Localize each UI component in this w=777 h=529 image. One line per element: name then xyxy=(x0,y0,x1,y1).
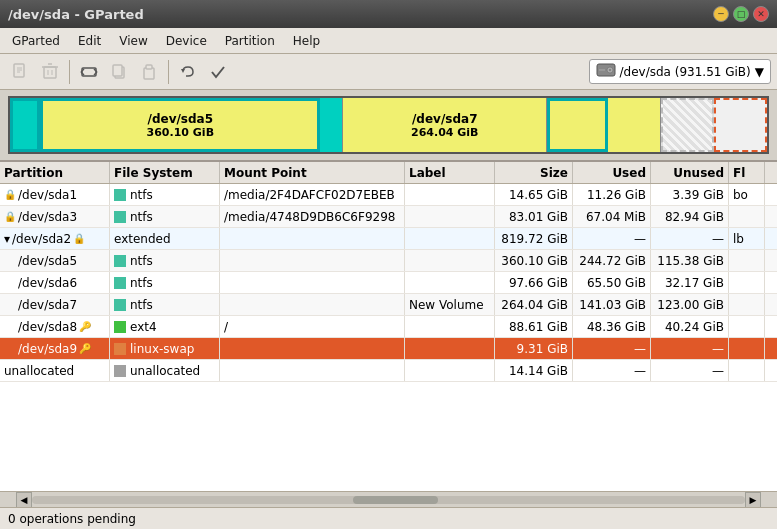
fs-color-box xyxy=(114,343,126,355)
menu-help[interactable]: Help xyxy=(285,32,328,50)
vis-end[interactable] xyxy=(714,98,767,152)
maximize-button[interactable]: □ xyxy=(733,6,749,22)
vis-sda8[interactable] xyxy=(547,98,608,152)
undo-button[interactable] xyxy=(174,58,202,86)
close-button[interactable]: ✕ xyxy=(753,6,769,22)
cell-size: 9.31 GiB xyxy=(495,338,573,359)
cell-partition: unallocated xyxy=(0,360,110,381)
cell-mountpoint xyxy=(220,272,405,293)
cell-filesystem: ext4 xyxy=(110,316,220,337)
menu-view[interactable]: View xyxy=(111,32,155,50)
col-label[interactable]: Label xyxy=(405,162,495,183)
vis-sda5-size: 360.10 GiB xyxy=(147,126,214,139)
table-row[interactable]: /dev/sda6 ntfs 97.66 GiB 65.50 GiB 32.17… xyxy=(0,272,777,294)
disk-visualization: /dev/sda5 360.10 GiB /dev/sda7 264.04 Gi… xyxy=(0,90,777,162)
status-text: 0 operations pending xyxy=(8,512,136,526)
vis-sda3[interactable] xyxy=(320,98,343,152)
cell-filesystem: ntfs xyxy=(110,206,220,227)
scroll-right-button[interactable]: ▶ xyxy=(745,492,761,508)
col-size[interactable]: Size xyxy=(495,162,573,183)
cell-unused: 3.39 GiB xyxy=(651,184,729,205)
vis-sda9[interactable] xyxy=(608,98,661,152)
table-row[interactable]: /dev/sda7 ntfs New Volume 264.04 GiB 141… xyxy=(0,294,777,316)
table-row-selected[interactable]: /dev/sda9 🔑 linux-swap 9.31 GiB — — xyxy=(0,338,777,360)
cell-partition: 🔒 /dev/sda3 xyxy=(0,206,110,227)
cell-label xyxy=(405,316,495,337)
fs-color-box xyxy=(114,365,126,377)
lock-icon: 🔒 xyxy=(4,189,16,200)
col-used[interactable]: Used xyxy=(573,162,651,183)
cell-unused: 40.24 GiB xyxy=(651,316,729,337)
col-partition[interactable]: Partition xyxy=(0,162,110,183)
cell-partition: /dev/sda6 xyxy=(0,272,110,293)
lock-icon: 🔒 xyxy=(73,233,85,244)
cell-partition: /dev/sda7 xyxy=(0,294,110,315)
delete-button[interactable] xyxy=(36,58,64,86)
cell-size: 97.66 GiB xyxy=(495,272,573,293)
cell-unused: — xyxy=(651,228,729,249)
cell-used: 65.50 GiB xyxy=(573,272,651,293)
table-row[interactable]: /dev/sda8 🔑 ext4 / 88.61 GiB 48.36 GiB 4… xyxy=(0,316,777,338)
col-filesystem[interactable]: File System xyxy=(110,162,220,183)
copy-button[interactable] xyxy=(105,58,133,86)
fs-color-box xyxy=(114,299,126,311)
paste-button[interactable] xyxy=(135,58,163,86)
column-headers: Partition File System Mount Point Label … xyxy=(0,162,777,184)
cell-used: 244.72 GiB xyxy=(573,250,651,271)
device-dropdown-icon: ▼ xyxy=(755,65,764,79)
table-row[interactable]: 🔒 /dev/sda1 ntfs /media/2F4DAFCF02D7EBEB… xyxy=(0,184,777,206)
expand-arrow: ▾ xyxy=(4,232,10,246)
vis-sda7[interactable]: /dev/sda7 264.04 GiB xyxy=(343,98,547,152)
table-row[interactable]: unallocated unallocated 14.14 GiB — — xyxy=(0,360,777,382)
cell-partition: /dev/sda5 xyxy=(0,250,110,271)
cell-mountpoint xyxy=(220,294,405,315)
resize-button[interactable] xyxy=(75,58,103,86)
fs-color-box xyxy=(114,189,126,201)
cell-flags xyxy=(729,250,765,271)
col-unused[interactable]: Unused xyxy=(651,162,729,183)
table-row[interactable]: /dev/sda5 ntfs 360.10 GiB 244.72 GiB 115… xyxy=(0,250,777,272)
menu-device[interactable]: Device xyxy=(158,32,215,50)
scroll-track[interactable] xyxy=(32,496,745,504)
svg-point-20 xyxy=(609,69,611,71)
cell-unused: 123.00 GiB xyxy=(651,294,729,315)
cell-size: 264.04 GiB xyxy=(495,294,573,315)
menu-edit[interactable]: Edit xyxy=(70,32,109,50)
fs-color-box xyxy=(114,321,126,333)
table-row[interactable]: 🔒 /dev/sda3 ntfs /media/4748D9DB6C6F9298… xyxy=(0,206,777,228)
minimize-button[interactable]: ─ xyxy=(713,6,729,22)
cell-filesystem: ntfs xyxy=(110,294,220,315)
menu-partition[interactable]: Partition xyxy=(217,32,283,50)
cell-label xyxy=(405,228,495,249)
table-row[interactable]: ▾ /dev/sda2 🔒 extended 819.72 GiB — — lb xyxy=(0,228,777,250)
cell-unused: 115.38 GiB xyxy=(651,250,729,271)
scroll-left-button[interactable]: ◀ xyxy=(16,492,32,508)
cell-partition: /dev/sda9 🔑 xyxy=(0,338,110,359)
cell-mountpoint xyxy=(220,250,405,271)
menu-gparted[interactable]: GParted xyxy=(4,32,68,50)
vis-sda5-label: /dev/sda5 xyxy=(148,112,214,126)
vis-sda7-label: /dev/sda7 xyxy=(412,112,478,126)
cell-label xyxy=(405,206,495,227)
cell-flags xyxy=(729,294,765,315)
col-mountpoint[interactable]: Mount Point xyxy=(220,162,405,183)
scroll-thumb[interactable] xyxy=(353,496,439,504)
vis-sda1[interactable] xyxy=(10,98,40,152)
menubar: GParted Edit View Device Partition Help xyxy=(0,28,777,54)
vis-sda5[interactable]: /dev/sda5 360.10 GiB xyxy=(40,98,320,152)
cell-unused: 32.17 GiB xyxy=(651,272,729,293)
cell-size: 83.01 GiB xyxy=(495,206,573,227)
hdd-icon xyxy=(596,62,616,81)
cell-flags xyxy=(729,206,765,227)
fs-color-box xyxy=(114,255,126,267)
cell-mountpoint xyxy=(220,360,405,381)
device-selector[interactable]: /dev/sda (931.51 GiB) ▼ xyxy=(589,59,772,84)
cell-label xyxy=(405,250,495,271)
apply-button[interactable] xyxy=(204,58,232,86)
svg-rect-17 xyxy=(146,65,152,69)
cell-mountpoint: / xyxy=(220,316,405,337)
cell-size: 14.14 GiB xyxy=(495,360,573,381)
col-flags[interactable]: Fl xyxy=(729,162,765,183)
new-button[interactable] xyxy=(6,58,34,86)
vis-unallocated[interactable] xyxy=(661,98,714,152)
